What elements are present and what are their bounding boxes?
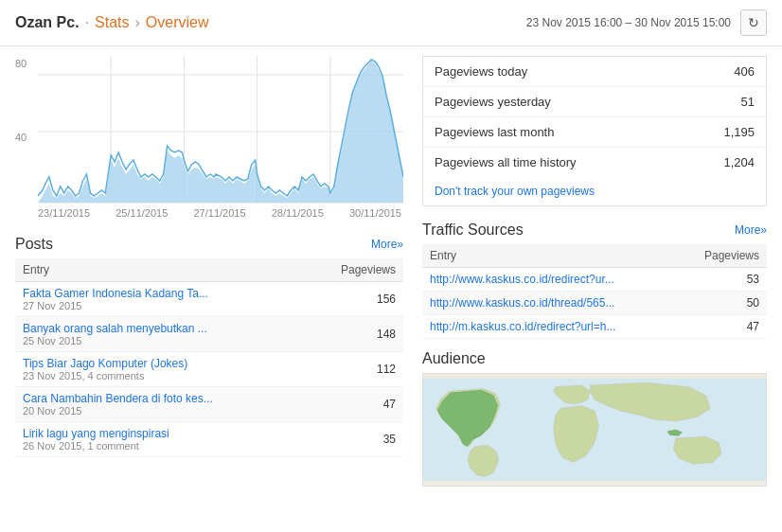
traffic-pageviews-cell-2: 47 [678,315,767,339]
post-pageviews-cell-0: 156 [305,282,403,317]
audience-section-header: Audience [422,350,767,367]
x-label-0: 23/11/2015 [38,207,90,219]
date-range: 23 Nov 2015 16:00 – 30 Nov 2015 15:00 [526,16,731,29]
traffic-entry-cell-1: http://www.kaskus.co.id/thread/565... [422,292,678,315]
stat-row: Pageviews last month 1,195 [423,117,766,148]
audience-section: Audience [422,350,767,487]
header-right: 23 Nov 2015 16:00 – 30 Nov 2015 15:00 ↻ [526,9,767,36]
table-row: Cara Nambahin Bendera di foto kes... 20 … [15,387,403,422]
page-header: Ozan Pc. · Stats › Overview 23 Nov 2015 … [0,0,782,46]
post-pageviews-cell-1: 148 [305,317,403,352]
traffic-pageviews-cell-0: 53 [678,268,767,292]
stat-label-2: Pageviews last month [435,125,554,139]
table-row: Lirik lagu yang menginspirasi 26 Nov 201… [15,422,403,457]
post-entry-cell-0: Fakta Gamer Indonesia Kadang Ta... 27 No… [15,282,305,317]
posts-section-header: Posts More» [15,236,403,253]
arrow: › [135,14,140,31]
audience-map [422,373,767,487]
chart-x-labels: 23/11/2015 25/11/2015 27/11/2015 28/11/2… [15,207,403,219]
traffic-more-link[interactable]: More» [735,223,767,237]
overview-link[interactable]: Overview [146,14,209,31]
post-date-3: 20 Nov 2015 [23,405,297,417]
audience-title: Audience [422,350,486,367]
table-row: http://www.kaskus.co.id/thread/565... 50 [422,292,767,315]
post-date-2: 23 Nov 2015, 4 comments [23,370,297,381]
traffic-sources-section: Traffic Sources More» Entry Pageviews ht… [422,222,767,339]
stat-label-3: Pageviews all time history [435,155,577,169]
post-entry-cell-3: Cara Nambahin Bendera di foto kes... 20 … [15,387,305,422]
post-date-0: 27 Nov 2015 [23,300,297,311]
posts-table: Entry Pageviews Fakta Gamer Indonesia Ka… [15,258,403,457]
stat-row: Pageviews yesterday 51 [423,87,766,117]
stat-value-3: 1,204 [723,155,755,169]
separator: · [85,14,89,31]
post-title-link-4[interactable]: Lirik lagu yang menginspirasi [23,427,169,440]
posts-more-link[interactable]: More» [371,238,403,251]
post-title-link-3[interactable]: Cara Nambahin Bendera di foto kes... [23,392,213,405]
x-label-2: 27/11/2015 [193,207,245,219]
post-entry-cell-1: Banyak orang salah menyebutkan ... 25 No… [15,317,305,352]
stat-row: Pageviews today 406 [423,57,766,87]
table-row: Tips Biar Jago Komputer (Jokes) 23 Nov 2… [15,352,403,387]
table-row: http://www.kaskus.co.id/redirect?ur... 5… [422,268,767,292]
post-date-1: 25 Nov 2015 [23,335,297,346]
x-label-1: 25/11/2015 [116,207,168,219]
traffic-entry-cell-0: http://www.kaskus.co.id/redirect?ur... [422,268,678,292]
stat-value-2: 1,195 [723,125,755,139]
y-label-80: 80 [15,58,38,69]
posts-pageviews-header: Pageviews [305,258,403,282]
right-column: Pageviews today 406 Pageviews yesterday … [422,56,767,487]
x-label-3: 28/11/2015 [272,207,324,219]
post-title-link-1[interactable]: Banyak orang salah menyebutkan ... [23,322,207,335]
breadcrumb: Ozan Pc. · Stats › Overview [15,14,209,31]
stat-row: Pageviews all time history 1,204 [423,148,766,177]
traffic-entry-cell-2: http://m.kaskus.co.id/redirect?url=h... [422,315,678,339]
post-date-4: 26 Nov 2015, 1 comment [23,440,297,452]
traffic-url-link-2[interactable]: http://m.kaskus.co.id/redirect?url=h... [430,320,615,333]
traffic-pageviews-cell-1: 50 [678,292,767,315]
traffic-section-header: Traffic Sources More» [422,222,767,239]
stat-value-1: 51 [741,95,755,109]
traffic-title: Traffic Sources [422,222,524,239]
post-title-link-0[interactable]: Fakta Gamer Indonesia Kadang Ta... [23,287,208,300]
post-pageviews-cell-2: 112 [305,352,403,387]
table-row: Fakta Gamer Indonesia Kadang Ta... 27 No… [15,282,403,317]
stat-label-1: Pageviews yesterday [435,95,551,109]
stats-panel: Pageviews today 406 Pageviews yesterday … [422,56,767,206]
traffic-entry-header: Entry [422,244,678,268]
traffic-table-header-row: Entry Pageviews [422,244,767,268]
table-row: http://m.kaskus.co.id/redirect?url=h... … [422,315,767,339]
posts-table-header-row: Entry Pageviews [15,258,403,282]
site-name: Ozan Pc. [15,14,80,31]
pageviews-chart [38,56,403,207]
traffic-table: Entry Pageviews http://www.kaskus.co.id/… [422,244,767,339]
refresh-button[interactable]: ↻ [740,9,767,36]
traffic-url-link-0[interactable]: http://www.kaskus.co.id/redirect?ur... [430,273,614,286]
dont-track-link[interactable]: Don't track your own pageviews [423,177,766,205]
stat-value-0: 406 [734,64,755,79]
posts-entry-header: Entry [15,258,305,282]
chart-container: 80 40 [15,56,403,226]
post-pageviews-cell-4: 35 [305,422,403,457]
posts-title: Posts [15,236,53,253]
x-label-4: 30/11/2015 [349,207,401,219]
post-entry-cell-2: Tips Biar Jago Komputer (Jokes) 23 Nov 2… [15,352,305,387]
main-content: 80 40 [0,46,782,496]
post-pageviews-cell-3: 47 [305,387,403,422]
stat-label-0: Pageviews today [435,64,527,79]
left-column: 80 40 [15,56,403,487]
traffic-pageviews-header: Pageviews [678,244,767,268]
table-row: Banyak orang salah menyebutkan ... 25 No… [15,317,403,352]
post-entry-cell-4: Lirik lagu yang menginspirasi 26 Nov 201… [15,422,305,457]
stats-link[interactable]: Stats [95,14,129,31]
posts-section: Posts More» Entry Pageviews Fakta Gamer … [15,236,403,457]
y-label-40: 40 [15,132,38,143]
post-title-link-2[interactable]: Tips Biar Jago Komputer (Jokes) [23,357,187,370]
world-map-svg [423,374,766,486]
traffic-url-link-1[interactable]: http://www.kaskus.co.id/thread/565... [430,296,614,310]
